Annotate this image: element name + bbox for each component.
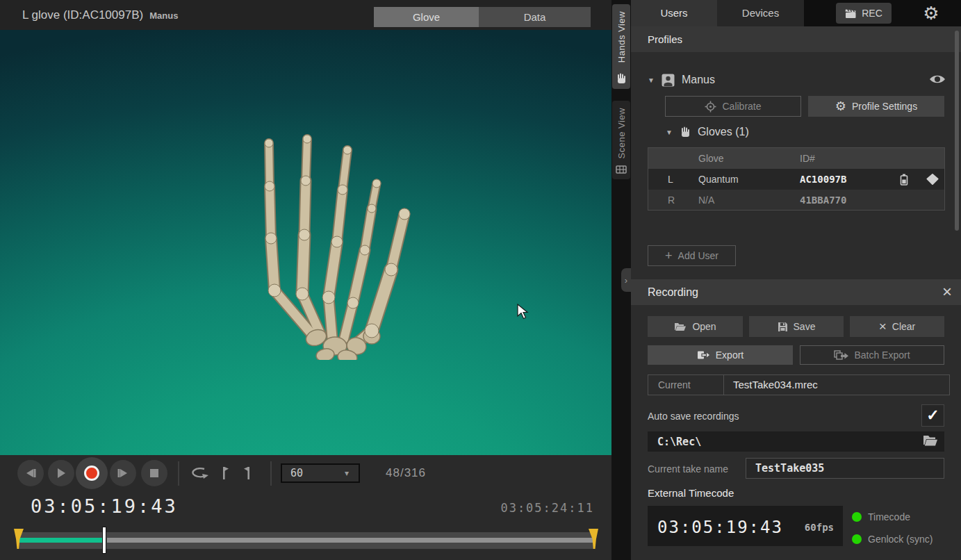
glove-title-text: L glove (ID:AC10097B)	[22, 8, 143, 22]
expand-caret-icon: ▼	[666, 129, 673, 136]
stop-icon	[149, 468, 159, 478]
fps-dropdown[interactable]: 60 ▾	[281, 463, 360, 483]
divider	[178, 461, 179, 486]
table-row-left-glove[interactable]: L Quantum AC10097B	[648, 169, 944, 190]
calibrate-label: Calibrate	[722, 101, 761, 112]
clapperboard-icon	[845, 8, 857, 19]
take-name-input[interactable]	[746, 458, 944, 479]
loop-icon	[190, 467, 210, 479]
recording-section-header: Recording	[631, 279, 961, 305]
glove-type: Quantum	[698, 169, 739, 190]
add-user-button[interactable]: + Add User	[648, 245, 736, 266]
close-icon[interactable]: ×	[937, 281, 958, 302]
glove-side: R	[668, 190, 675, 210]
panel-collapse-handle[interactable]: ›	[621, 268, 631, 292]
batch-export-icon	[834, 350, 848, 361]
divider	[270, 461, 272, 486]
record-button[interactable]	[76, 457, 108, 489]
tab-scene-view[interactable]: Scene View	[612, 101, 630, 179]
genlock-indicator: Genlock (sync)	[852, 534, 933, 545]
mark-in-button[interactable]	[220, 466, 229, 480]
step-forward-button[interactable]	[110, 460, 136, 486]
external-timecode-display: 03:05:19:43 60fps	[648, 506, 843, 546]
external-timecode-label: External Timecode	[648, 487, 734, 499]
rec-label: REC	[862, 8, 882, 19]
mark-in-flag-icon	[220, 466, 229, 480]
application-window: L glove (ID:AC10097B)Manus Glove Data	[0, 0, 961, 560]
gloves-group-row[interactable]: ▼ Gloves (1)	[666, 123, 874, 141]
gear-icon: ⚙	[835, 99, 846, 114]
glove-id: 41BBA770	[800, 190, 846, 210]
step-back-button[interactable]	[17, 460, 44, 486]
mark-out-button[interactable]	[243, 466, 253, 480]
gloves-group-label: Gloves (1)	[698, 126, 749, 138]
divider	[723, 375, 724, 395]
export-button[interactable]: Export	[648, 345, 793, 365]
play-icon	[56, 468, 67, 479]
gear-glyph: ⚙	[923, 3, 939, 24]
save-path-input[interactable]	[648, 431, 944, 452]
3d-viewport[interactable]	[0, 30, 611, 455]
tab-glove[interactable]: Glove	[374, 7, 479, 27]
gloves-table-header: Glove ID#	[648, 148, 944, 169]
viewport-title: L glove (ID:AC10097B)Manus	[22, 0, 178, 30]
table-row-right-glove[interactable]: R N/A 41BBA770	[648, 190, 944, 210]
clear-x-icon: ×	[879, 322, 887, 331]
gloves-table: Glove ID# L Quantum AC10097B R N/A 41BBA…	[648, 147, 945, 211]
glove-id: AC10097B	[800, 169, 846, 190]
settings-gear-icon[interactable]: ⚙	[920, 2, 942, 24]
calibrate-button[interactable]: Calibrate	[665, 96, 801, 117]
tab-users[interactable]: Users	[631, 0, 717, 26]
skeletal-hand-model	[229, 131, 438, 360]
genlock-indicator-label: Genlock (sync)	[868, 534, 933, 545]
floppy-save-icon	[778, 322, 788, 332]
viewport-titlebar: L glove (ID:AC10097B)Manus Glove Data	[0, 0, 611, 30]
hand-icon	[616, 73, 627, 84]
eye-icon	[928, 72, 946, 86]
transport-bar: 60 ▾ 48/316 03:05:19:43 03:05:24:11	[0, 455, 611, 560]
step-back-icon	[24, 468, 37, 478]
tab-devices[interactable]: Devices	[717, 0, 804, 26]
green-status-dot	[852, 512, 862, 522]
plus-icon: +	[665, 251, 673, 261]
current-timecode: 03:05:19:43	[31, 495, 178, 517]
timeline-progress	[19, 538, 104, 543]
browse-folder-icon[interactable]	[923, 434, 938, 448]
open-button[interactable]: Open	[648, 316, 743, 337]
clear-button[interactable]: × Clear	[850, 316, 944, 337]
tab-hands-view[interactable]: Hands View	[612, 4, 630, 89]
profile-name-tag: Manus	[149, 10, 178, 21]
profiles-section-header: Profiles	[631, 26, 961, 52]
visibility-toggle[interactable]	[928, 72, 946, 86]
profile-row-manus[interactable]: ▼ Manus	[648, 70, 926, 90]
clear-label: Clear	[892, 321, 915, 332]
glove-side: L	[668, 169, 673, 190]
batch-export-label: Batch Export	[854, 349, 910, 361]
timecode-indicator: Timecode	[852, 511, 910, 522]
mouse-cursor	[517, 304, 529, 320]
scene-view-label: Scene View	[616, 108, 627, 158]
tab-data[interactable]: Data	[479, 7, 591, 27]
scrollbar-thumb[interactable]	[955, 31, 959, 231]
timecode-indicator-label: Timecode	[868, 511, 910, 522]
col-id: ID#	[800, 148, 815, 169]
export-icon	[697, 350, 710, 360]
batch-export-button[interactable]: Batch Export	[800, 345, 944, 365]
stop-button[interactable]	[141, 460, 167, 486]
loop-toggle[interactable]	[190, 467, 210, 479]
glove-type: N/A	[698, 190, 714, 210]
chevron-right-icon: ›	[625, 275, 627, 286]
hands-view-label: Hands View	[616, 11, 627, 63]
profile-settings-button[interactable]: ⚙ Profile Settings	[808, 96, 944, 117]
timeline-playhead[interactable]	[102, 527, 106, 554]
export-label: Export	[716, 349, 744, 361]
rec-button[interactable]: REC	[836, 3, 892, 24]
user-icon	[662, 74, 675, 87]
chevron-down-icon: ▾	[345, 468, 349, 478]
battery-icon	[900, 169, 908, 190]
play-button[interactable]	[48, 460, 74, 486]
autosave-checkbox[interactable]: ✓	[921, 404, 944, 427]
profile-name: Manus	[682, 74, 715, 86]
save-button[interactable]: Save	[749, 316, 844, 337]
current-take-row: Current TestTake034.mrec	[648, 374, 950, 395]
